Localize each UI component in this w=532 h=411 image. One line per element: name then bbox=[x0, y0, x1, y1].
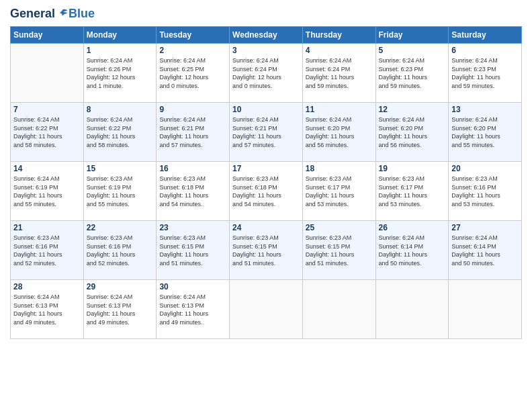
day-number: 26 bbox=[379, 223, 446, 232]
calendar-cell: 3Sunrise: 6:24 AMSunset: 6:24 PMDaylight… bbox=[230, 44, 303, 103]
cell-info: Sunrise: 6:24 AMSunset: 6:23 PMDaylight:… bbox=[451, 56, 519, 90]
page-header: General Blue bbox=[10, 7, 522, 21]
day-number: 29 bbox=[87, 282, 154, 291]
cell-info: Sunrise: 6:23 AMSunset: 6:16 PMDaylight:… bbox=[13, 234, 81, 267]
weekday-header-monday: Monday bbox=[83, 27, 157, 44]
weekday-header-row: SundayMondayTuesdayWednesdayThursdayFrid… bbox=[11, 27, 522, 44]
calendar-cell bbox=[302, 280, 375, 339]
weekday-header-saturday: Saturday bbox=[449, 27, 522, 44]
logo-blue-text: Blue bbox=[69, 7, 95, 21]
cell-info: Sunrise: 6:24 AMSunset: 6:21 PMDaylight:… bbox=[159, 116, 226, 149]
cell-info: Sunrise: 6:23 AMSunset: 6:15 PMDaylight:… bbox=[306, 234, 373, 267]
cell-info: Sunrise: 6:23 AMSunset: 6:15 PMDaylight:… bbox=[159, 234, 226, 267]
day-number: 17 bbox=[232, 164, 300, 173]
day-number: 20 bbox=[451, 164, 519, 173]
cell-info: Sunrise: 6:23 AMSunset: 6:17 PMDaylight:… bbox=[379, 175, 446, 208]
calendar-cell: 14Sunrise: 6:24 AMSunset: 6:19 PMDayligh… bbox=[11, 162, 84, 221]
day-number: 18 bbox=[306, 164, 373, 173]
day-number: 3 bbox=[232, 46, 300, 55]
calendar-cell: 20Sunrise: 6:23 AMSunset: 6:16 PMDayligh… bbox=[449, 162, 522, 221]
day-number: 10 bbox=[232, 105, 300, 114]
logo: General Blue bbox=[10, 7, 95, 21]
day-number: 25 bbox=[306, 223, 373, 232]
calendar-cell: 10Sunrise: 6:24 AMSunset: 6:21 PMDayligh… bbox=[230, 103, 303, 162]
calendar-cell: 21Sunrise: 6:23 AMSunset: 6:16 PMDayligh… bbox=[11, 221, 84, 280]
day-number: 13 bbox=[451, 105, 519, 114]
cell-info: Sunrise: 6:23 AMSunset: 6:18 PMDaylight:… bbox=[232, 175, 300, 208]
calendar-week-row: 1Sunrise: 6:24 AMSunset: 6:26 PMDaylight… bbox=[11, 44, 522, 103]
cell-info: Sunrise: 6:24 AMSunset: 6:13 PMDaylight:… bbox=[87, 293, 154, 326]
day-number: 15 bbox=[87, 164, 154, 173]
cell-info: Sunrise: 6:23 AMSunset: 6:16 PMDaylight:… bbox=[451, 175, 519, 208]
day-number: 22 bbox=[87, 223, 154, 232]
day-number: 11 bbox=[306, 105, 373, 114]
day-number: 23 bbox=[159, 223, 226, 232]
calendar-cell: 5Sunrise: 6:24 AMSunset: 6:23 PMDaylight… bbox=[375, 44, 449, 103]
weekday-header-wednesday: Wednesday bbox=[230, 27, 303, 44]
calendar-table: SundayMondayTuesdayWednesdayThursdayFrid… bbox=[10, 26, 522, 339]
page-container: General Blue SundayMondayTuesdayWednesda… bbox=[0, 0, 532, 346]
cell-info: Sunrise: 6:23 AMSunset: 6:16 PMDaylight:… bbox=[87, 234, 154, 267]
calendar-week-row: 28Sunrise: 6:24 AMSunset: 6:13 PMDayligh… bbox=[11, 280, 522, 339]
calendar-cell: 19Sunrise: 6:23 AMSunset: 6:17 PMDayligh… bbox=[375, 162, 449, 221]
cell-info: Sunrise: 6:24 AMSunset: 6:24 PMDaylight:… bbox=[306, 56, 373, 90]
calendar-cell bbox=[11, 44, 84, 103]
day-number: 16 bbox=[159, 164, 226, 173]
calendar-cell: 16Sunrise: 6:23 AMSunset: 6:18 PMDayligh… bbox=[157, 162, 230, 221]
calendar-cell: 11Sunrise: 6:24 AMSunset: 6:20 PMDayligh… bbox=[302, 103, 375, 162]
day-number: 4 bbox=[306, 46, 373, 55]
calendar-cell: 2Sunrise: 6:24 AMSunset: 6:25 PMDaylight… bbox=[157, 44, 230, 103]
cell-info: Sunrise: 6:24 AMSunset: 6:13 PMDaylight:… bbox=[159, 293, 226, 326]
cell-info: Sunrise: 6:24 AMSunset: 6:20 PMDaylight:… bbox=[451, 116, 519, 149]
weekday-header-sunday: Sunday bbox=[11, 27, 84, 44]
day-number: 19 bbox=[379, 164, 446, 173]
day-number: 12 bbox=[379, 105, 446, 114]
day-number: 27 bbox=[451, 223, 519, 232]
cell-info: Sunrise: 6:24 AMSunset: 6:21 PMDaylight:… bbox=[232, 116, 300, 149]
day-number: 9 bbox=[159, 105, 226, 114]
cell-info: Sunrise: 6:24 AMSunset: 6:20 PMDaylight:… bbox=[306, 116, 373, 149]
cell-info: Sunrise: 6:23 AMSunset: 6:18 PMDaylight:… bbox=[159, 175, 226, 208]
calendar-cell: 29Sunrise: 6:24 AMSunset: 6:13 PMDayligh… bbox=[83, 280, 157, 339]
cell-info: Sunrise: 6:23 AMSunset: 6:17 PMDaylight:… bbox=[306, 175, 373, 208]
calendar-cell: 9Sunrise: 6:24 AMSunset: 6:21 PMDaylight… bbox=[157, 103, 230, 162]
calendar-week-row: 7Sunrise: 6:24 AMSunset: 6:22 PMDaylight… bbox=[11, 103, 522, 162]
calendar-cell: 26Sunrise: 6:24 AMSunset: 6:14 PMDayligh… bbox=[375, 221, 449, 280]
calendar-cell: 18Sunrise: 6:23 AMSunset: 6:17 PMDayligh… bbox=[302, 162, 375, 221]
day-number: 21 bbox=[13, 223, 81, 232]
cell-info: Sunrise: 6:24 AMSunset: 6:22 PMDaylight:… bbox=[87, 116, 154, 149]
cell-info: Sunrise: 6:23 AMSunset: 6:15 PMDaylight:… bbox=[232, 234, 300, 267]
cell-info: Sunrise: 6:24 AMSunset: 6:23 PMDaylight:… bbox=[379, 56, 446, 90]
day-number: 6 bbox=[451, 46, 519, 55]
calendar-cell: 27Sunrise: 6:24 AMSunset: 6:14 PMDayligh… bbox=[449, 221, 522, 280]
calendar-cell: 15Sunrise: 6:23 AMSunset: 6:19 PMDayligh… bbox=[83, 162, 157, 221]
day-number: 14 bbox=[13, 164, 81, 173]
weekday-header-thursday: Thursday bbox=[302, 27, 375, 44]
weekday-header-tuesday: Tuesday bbox=[157, 27, 230, 44]
calendar-cell: 8Sunrise: 6:24 AMSunset: 6:22 PMDaylight… bbox=[83, 103, 157, 162]
day-number: 8 bbox=[87, 105, 154, 114]
calendar-cell: 4Sunrise: 6:24 AMSunset: 6:24 PMDaylight… bbox=[302, 44, 375, 103]
cell-info: Sunrise: 6:24 AMSunset: 6:14 PMDaylight:… bbox=[451, 234, 519, 267]
calendar-cell: 17Sunrise: 6:23 AMSunset: 6:18 PMDayligh… bbox=[230, 162, 303, 221]
cell-info: Sunrise: 6:24 AMSunset: 6:13 PMDaylight:… bbox=[13, 293, 81, 326]
calendar-week-row: 21Sunrise: 6:23 AMSunset: 6:16 PMDayligh… bbox=[11, 221, 522, 280]
calendar-cell: 23Sunrise: 6:23 AMSunset: 6:15 PMDayligh… bbox=[157, 221, 230, 280]
cell-info: Sunrise: 6:24 AMSunset: 6:22 PMDaylight:… bbox=[13, 116, 81, 149]
day-number: 5 bbox=[379, 46, 446, 55]
day-number: 24 bbox=[232, 223, 300, 232]
calendar-week-row: 14Sunrise: 6:24 AMSunset: 6:19 PMDayligh… bbox=[11, 162, 522, 221]
weekday-header-friday: Friday bbox=[375, 27, 449, 44]
calendar-cell: 12Sunrise: 6:24 AMSunset: 6:20 PMDayligh… bbox=[375, 103, 449, 162]
cell-info: Sunrise: 6:24 AMSunset: 6:26 PMDaylight:… bbox=[87, 56, 154, 90]
calendar-cell: 24Sunrise: 6:23 AMSunset: 6:15 PMDayligh… bbox=[230, 221, 303, 280]
day-number: 7 bbox=[13, 105, 81, 114]
cell-info: Sunrise: 6:24 AMSunset: 6:24 PMDaylight:… bbox=[232, 56, 300, 90]
calendar-cell bbox=[449, 280, 522, 339]
calendar-cell bbox=[230, 280, 303, 339]
calendar-cell: 6Sunrise: 6:24 AMSunset: 6:23 PMDaylight… bbox=[449, 44, 522, 103]
calendar-cell: 13Sunrise: 6:24 AMSunset: 6:20 PMDayligh… bbox=[449, 103, 522, 162]
cell-info: Sunrise: 6:24 AMSunset: 6:25 PMDaylight:… bbox=[159, 56, 226, 90]
day-number: 30 bbox=[159, 282, 226, 291]
calendar-cell bbox=[375, 280, 449, 339]
